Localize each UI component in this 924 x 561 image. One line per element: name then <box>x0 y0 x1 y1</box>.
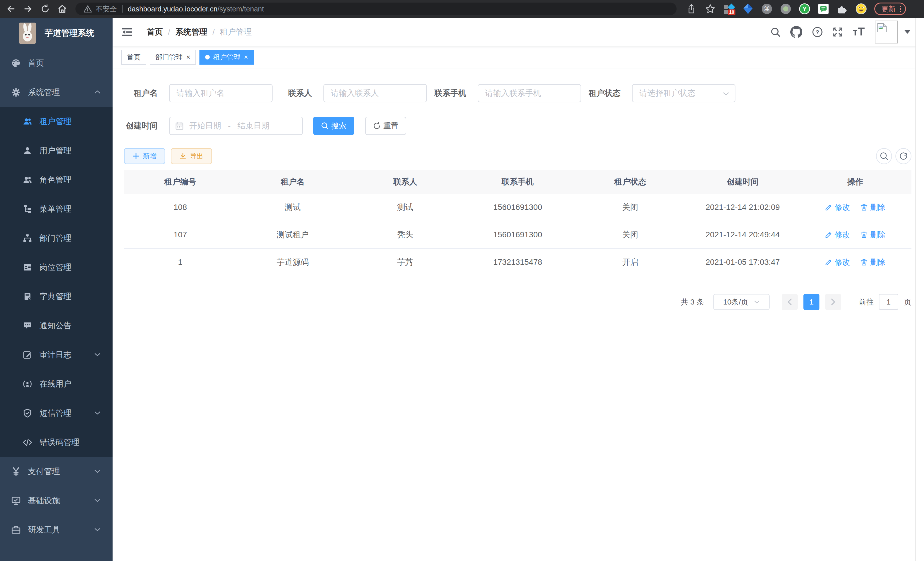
screen: 不安全 dashboard.yudao.iocoder.cn/system/te… <box>0 0 924 561</box>
extension-tampermonkey-icon[interactable]: 10 <box>723 3 735 15</box>
delete-link[interactable]: 删除 <box>860 230 885 240</box>
sidebar-logo[interactable]: 芋道管理系统 <box>0 18 112 49</box>
sidebar-item-dev-tools[interactable]: 研发工具 <box>0 515 112 544</box>
navbar: 首页 / 系统管理 / 租户管理 ? <box>112 18 924 46</box>
tenant-table: 租户编号 租户名 联系人 联系手机 租户状态 创建时间 操作 108 测试 测试… <box>124 170 911 276</box>
avatar-caret-icon[interactable] <box>904 30 910 34</box>
sidebar-item-notice[interactable]: 通知公告 <box>0 311 112 340</box>
edit-link[interactable]: 修改 <box>825 257 850 267</box>
extension-y-icon[interactable]: Y <box>799 3 810 15</box>
yen-icon <box>11 467 21 476</box>
delete-label: 删除 <box>870 257 885 267</box>
col-header-id: 租户编号 <box>124 176 237 187</box>
tab-close-icon[interactable]: × <box>186 53 190 61</box>
delete-link[interactable]: 删除 <box>860 257 885 267</box>
sidebar-item-error-code[interactable]: 错误码管理 <box>0 428 112 457</box>
main-area: 首页 / 系统管理 / 租户管理 ? 首页 部门管理× 租户管理× <box>112 18 924 561</box>
share-icon[interactable] <box>686 3 697 15</box>
breadcrumb-home[interactable]: 首页 <box>147 27 163 38</box>
breadcrumb-system[interactable]: 系统管理 <box>176 27 207 38</box>
browser-address-bar[interactable]: 不安全 dashboard.yudao.iocoder.cn/system/te… <box>75 3 676 15</box>
sidebar-item-label: 角色管理 <box>39 174 71 185</box>
next-page-button[interactable] <box>825 294 841 310</box>
tenant-name-input[interactable]: 请输入租户名 <box>169 84 273 102</box>
page-size-select[interactable]: 10条/页 <box>713 294 770 310</box>
extension-emoji-icon[interactable] <box>855 3 867 15</box>
placeholder-text: 请输入联系手机 <box>485 88 541 99</box>
placeholder-text: 请输入租户名 <box>177 88 225 99</box>
extension-chat-icon[interactable] <box>818 3 829 15</box>
bookmark-star-icon[interactable] <box>705 3 716 15</box>
extension-puzzle-icon[interactable] <box>837 3 848 15</box>
browser-back-button[interactable] <box>6 4 16 14</box>
tab-close-icon[interactable]: × <box>244 53 248 61</box>
github-icon[interactable] <box>790 26 802 38</box>
sidebar-item-infra[interactable]: 基础设施 <box>0 486 112 515</box>
delete-link[interactable]: 删除 <box>860 202 885 212</box>
sidebar-item-label: 部门管理 <box>39 233 71 244</box>
help-icon[interactable]: ? <box>812 27 823 38</box>
chevron-right-icon <box>831 299 836 305</box>
fullscreen-icon[interactable] <box>832 27 843 37</box>
font-size-icon[interactable] <box>853 27 865 37</box>
add-button[interactable]: 新增 <box>124 148 165 164</box>
extension-command-icon[interactable]: ⌘ <box>761 3 772 15</box>
browser-reload-button[interactable] <box>40 4 50 14</box>
sidebar-item-post[interactable]: 岗位管理 <box>0 253 112 282</box>
col-header-contact: 联系人 <box>349 176 461 187</box>
cell-id: 1 <box>124 258 237 267</box>
browser-forward-button[interactable] <box>23 4 33 14</box>
contact-input[interactable]: 请输入联系人 <box>323 84 427 102</box>
sidebar-item-user[interactable]: 用户管理 <box>0 136 112 165</box>
page-scrollbar[interactable] <box>915 18 924 561</box>
chevron-down-icon <box>94 353 100 356</box>
goto-page-input[interactable]: 1 <box>879 294 898 310</box>
refresh-icon <box>373 122 381 129</box>
sidebar-item-label: 通知公告 <box>39 320 71 331</box>
sidebar-item-tenant[interactable]: 租户管理 <box>0 107 112 136</box>
browser-home-button[interactable] <box>57 4 68 14</box>
tab-home[interactable]: 首页 <box>121 50 146 65</box>
export-button[interactable]: 导出 <box>171 148 212 164</box>
refresh-button[interactable] <box>896 148 911 164</box>
sidebar-collapse-icon[interactable] <box>122 28 132 36</box>
filter-row-1: 租户名 请输入租户名 联系人 请输入联系人 联系手机 请输入联系手机 租户状态 … <box>124 84 911 102</box>
sidebar-item-menu[interactable]: 菜单管理 <box>0 194 112 224</box>
sidebar-item-role[interactable]: 角色管理 <box>0 165 112 194</box>
extension-kite-icon[interactable] <box>742 3 754 15</box>
status-select[interactable]: 请选择租户状态 <box>632 84 735 102</box>
hide-search-button[interactable] <box>876 148 892 164</box>
extension-dot-icon[interactable] <box>780 3 791 15</box>
search-button[interactable]: 搜索 <box>313 117 354 135</box>
table-row: 107 测试租户 秃头 15601691300 关闭 2021-12-14 20… <box>124 221 911 249</box>
user-icon <box>23 146 32 155</box>
browser-menu-icon[interactable] <box>900 6 901 12</box>
reset-button[interactable]: 重置 <box>365 117 406 135</box>
browser-update-button[interactable]: 更新 <box>874 3 906 15</box>
sidebar-item-dict[interactable]: 字典管理 <box>0 282 112 311</box>
date-range-input[interactable]: 开始日期 - 结束日期 <box>169 117 303 135</box>
header-search-icon[interactable] <box>770 27 781 37</box>
tab-tenant[interactable]: 租户管理× <box>200 50 254 65</box>
cell-id: 107 <box>124 230 237 239</box>
avatar[interactable] <box>875 21 898 44</box>
sidebar-item-online-users[interactable]: 在线用户 <box>0 369 112 399</box>
sidebar-item-audit-log[interactable]: 审计日志 <box>0 340 112 369</box>
shield-icon <box>23 409 32 418</box>
sidebar-item-sms[interactable]: 短信管理 <box>0 399 112 428</box>
download-icon <box>179 153 186 159</box>
prev-page-button[interactable] <box>782 294 798 310</box>
page-number-current[interactable]: 1 <box>803 294 819 310</box>
mobile-input[interactable]: 请输入联系手机 <box>478 84 581 102</box>
cell-status: 关闭 <box>574 202 687 213</box>
goto-page-value: 1 <box>886 298 891 307</box>
edit-link[interactable]: 修改 <box>825 230 850 240</box>
sidebar-item-system[interactable]: 系统管理 <box>0 78 112 107</box>
sidebar-item-label: 菜单管理 <box>39 204 71 214</box>
chevron-down-icon <box>94 499 100 502</box>
sidebar-item-pay[interactable]: 支付管理 <box>0 457 112 486</box>
edit-link[interactable]: 修改 <box>825 202 850 212</box>
sidebar-item-home[interactable]: 首页 <box>0 49 112 78</box>
sidebar-item-dept[interactable]: 部门管理 <box>0 224 112 253</box>
tab-dept[interactable]: 部门管理× <box>150 50 196 65</box>
